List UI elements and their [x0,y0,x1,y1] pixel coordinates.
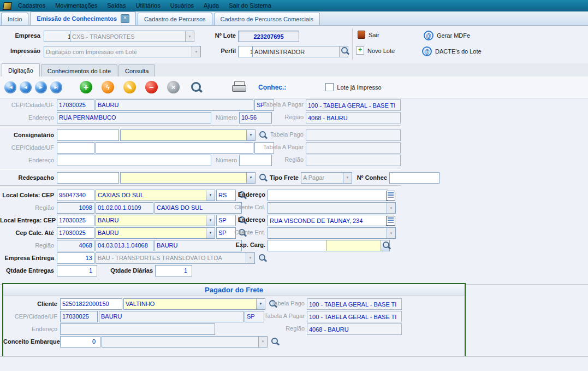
sair-button-label: Sair [369,32,379,38]
exp-carg-label: Exp. Carg. [228,242,265,248]
edit-record-icon[interactable] [123,81,136,93]
consignatario-regiao-field [306,155,401,166]
print-icon[interactable] [232,81,246,93]
dacte-do-lote-button[interactable]: DACTE's do Lote [422,46,482,56]
conceito-embarque-field[interactable]: 0 [60,336,100,348]
redespacho-combo[interactable] [120,172,256,184]
regiao-label: Região [235,156,304,163]
menu-ajuda[interactable]: Ajuda [199,0,224,11]
pagador-cep-field[interactable]: 17030025 [60,311,98,322]
header-divider [352,28,353,60]
destinatario-cep-row: CEP/Cidade/UF 17030025 BAURU SP Tabela A… [0,99,588,111]
novo-lote-button[interactable]: Novo Lote [356,46,395,55]
exp-carg-combo[interactable] [326,240,390,251]
cliente-doc-field[interactable]: 52501822000150 [60,298,122,310]
redespacho-code-field[interactable] [57,172,119,184]
tipo-frete-combo[interactable]: A Pagar [301,172,352,184]
tab-cadastro-de-percursos[interactable]: Cadastro de Percursos [138,13,212,25]
lote-label: Nº Lote [210,32,236,39]
destinatario-cep-field[interactable]: 17030025 [57,99,94,111]
process-icon[interactable] [102,81,114,93]
calc-cep-field[interactable]: 17030025 [57,227,94,239]
subtab-conhecimentos-do-lote[interactable]: Conhecimentos do Lote [41,64,117,76]
app-logo-icon [3,2,12,10]
tipo-frete-label: Tipo Frete [269,174,301,181]
qtdade-diarias-field[interactable]: 1 [155,265,192,276]
nav-last-icon[interactable] [50,81,62,93]
impressao-combo-value: Digitação com Impressão em Lote [46,49,137,55]
entrega-cep-field[interactable]: 17030025 [57,215,94,226]
menu-sair-do-sistema[interactable]: Sair do Sistema [224,0,276,11]
coleta-cep-field[interactable]: 95047340 [57,190,94,201]
footer-area [0,356,588,371]
lote-field: 223207695 [238,31,299,42]
empresa-entrega-cod-field[interactable]: 13 [57,252,94,264]
gerar-mdfe-button-label: Gerar MDFe [437,32,470,39]
menu-usuarios[interactable]: Usuários [165,0,199,11]
search-icon[interactable] [258,254,266,263]
empresa-entrega-row: Empresa Entrega 13 BAU - TRANSPORTES TRA… [0,252,588,264]
coleta-regiao-ref-field: 01.02.00.1.0109 [96,202,153,214]
sair-button[interactable]: Sair [358,31,379,39]
menu-saidas[interactable]: Saídas [102,0,130,11]
add-record-icon[interactable] [80,81,92,93]
nav-first-icon[interactable] [4,81,16,93]
search-icon[interactable] [259,173,267,182]
report-icon[interactable] [386,191,395,201]
chevron-down-icon [206,190,215,201]
gerar-mdfe-button[interactable]: Gerar MDFe [424,31,470,40]
calc-cidade-combo[interactable]: BAURU [96,227,215,239]
coleta-regiao-cod-field: 1098 [57,202,94,214]
report-icon[interactable] [386,216,395,226]
nav-next-icon[interactable] [35,81,47,93]
tab-inicio[interactable]: Início [1,13,28,25]
impressao-combo[interactable]: Digitação com Impressão em Lote [44,46,201,57]
empresa-code-field[interactable]: 1 [44,31,73,42]
entrega-endereco-field[interactable]: RUA VISCONDE DE TAUNAY, 234 [268,215,388,226]
destinatario-endereco-row: Endereço RUA PERNAMBUCO Número 10-56 Reg… [0,111,588,123]
search-icon[interactable] [382,241,390,250]
conceito-embarque-combo[interactable] [102,336,268,348]
tabela-a-pagar-label: Tabela A Pagar [236,313,305,319]
coleta-endereco-field[interactable] [268,190,388,201]
pagador-do-frete-title: Pagador do Frete [3,284,465,296]
entrega-cidade-combo[interactable]: BAURU [96,215,215,226]
consignatario-endereco-field[interactable] [57,155,211,166]
exp-carg-code-field[interactable] [268,240,329,251]
tab-emissao-de-conhecimentos[interactable]: Emissão de Conhecimentos × [30,11,136,25]
perfil-combo[interactable]: ADMINISTRADOR [252,46,348,57]
entrega-cidade-value: BAURU [98,217,119,223]
cliente-ent-combo[interactable] [268,227,396,239]
empresa-entrega-combo[interactable]: BAU - TRANSPORTES TRANSLOVATO LTDA [96,252,255,264]
n-conhec-field[interactable] [389,172,439,184]
page-tab-bar: Digitação Conhecimentos do Lote Consulta [0,63,588,77]
search-icon[interactable] [191,81,203,93]
tab-label: Cadastro de Percursos Comerciais [221,16,314,22]
search-icon[interactable] [341,46,349,56]
consignatario-code-field[interactable] [57,129,119,141]
section-divider [0,168,401,170]
tab-label: Cadastro de Percursos [144,16,206,22]
destinatario-cidade-field[interactable]: BAURU [96,99,253,111]
close-tab-icon[interactable]: × [121,14,129,23]
subtab-consulta[interactable]: Consulta [118,64,155,76]
menu-movimentacoes[interactable]: Movimentações [50,0,102,11]
empresa-combo[interactable]: CXS - TRANSPORTES [70,31,194,42]
lote-ja-impresso-checkbox[interactable] [325,83,334,91]
qtdade-entregas-field[interactable]: 1 [57,265,97,276]
delete-record-icon[interactable] [145,81,158,93]
tab-cadastro-de-percursos-comerciais[interactable]: Cadastro de Percursos Comerciais [214,13,320,25]
search-icon[interactable] [271,337,279,346]
cliente-col-combo[interactable] [268,202,396,214]
menu-cadastros[interactable]: Cadastros [13,0,50,11]
coleta-cidade-combo[interactable]: CAXIAS DO SUL [96,190,215,201]
menu-utilitarios[interactable]: Utilitários [130,0,165,11]
destinatario-endereco-field[interactable]: RUA PERNAMBUCO [57,112,211,123]
cancel-icon[interactable] [167,81,180,93]
nav-previous-icon[interactable] [20,81,32,93]
pagador-cidade-field[interactable]: BAURU [99,311,243,322]
subtab-digitacao[interactable]: Digitação [2,63,40,76]
consignatario-cep-field[interactable] [57,142,94,154]
consignatario-cidade-field[interactable] [96,142,253,154]
tabela-a-pagar-label: Tabela A Pagar [235,101,304,108]
